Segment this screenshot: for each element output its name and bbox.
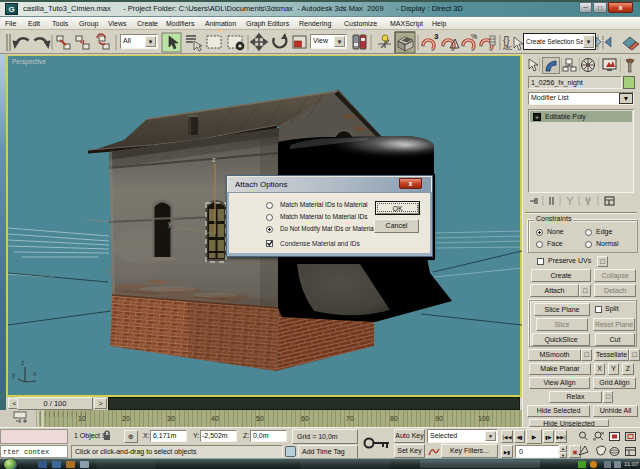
- svg-text:x: x: [33, 370, 37, 377]
- svg-text:y: y: [12, 371, 16, 379]
- svg-text:z: z: [212, 156, 216, 163]
- svg-text:ABC: ABC: [503, 46, 513, 51]
- svg-text:{}: {}: [503, 35, 510, 46]
- svg-text:y: y: [168, 220, 172, 228]
- svg-text:%: %: [471, 33, 477, 40]
- svg-text:3: 3: [434, 32, 439, 41]
- svg-text:z: z: [21, 359, 24, 366]
